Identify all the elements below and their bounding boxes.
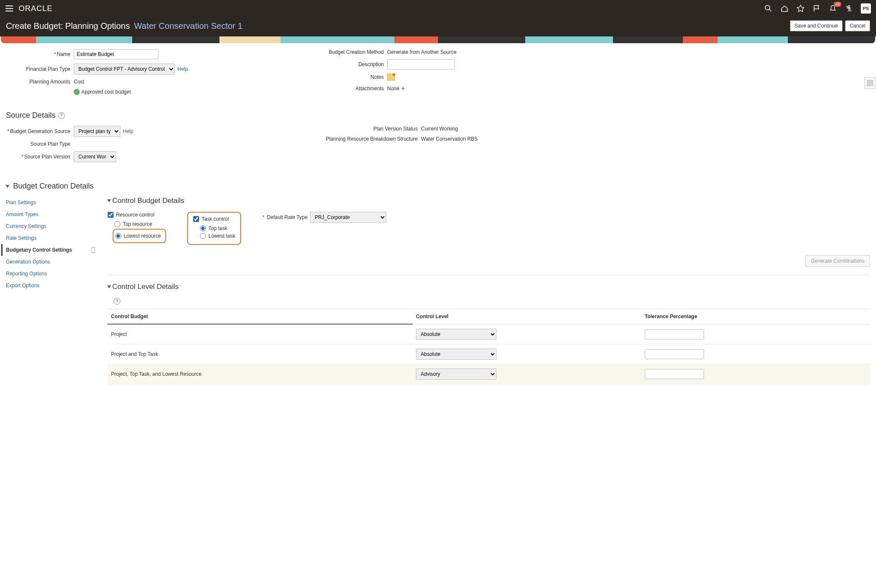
tolerance-input[interactable]: [645, 329, 704, 339]
save-continue-button[interactable]: Save and Continue: [790, 20, 843, 31]
task-control-group: Task control Top task Lowest task: [193, 216, 235, 239]
control-level-select[interactable]: Absolute: [416, 329, 496, 340]
task-control-highlight: Task control Top task Lowest task: [187, 212, 241, 245]
notes-icon[interactable]: [387, 74, 395, 80]
user-avatar[interactable]: PS: [861, 3, 871, 14]
default-rate-type-select[interactable]: PRJ_Corporate: [310, 212, 386, 223]
nav-currency-settings[interactable]: Currency Settings: [6, 220, 91, 232]
side-panel-toggle[interactable]: [864, 77, 876, 89]
nav-reporting-options[interactable]: Reporting Options: [6, 268, 91, 280]
control-level-details-heading: Control Level Details: [108, 283, 870, 291]
notification-badge: 48: [834, 2, 841, 7]
bell-icon[interactable]: 48: [829, 4, 837, 13]
check-icon: ✓: [74, 89, 80, 95]
collapse-icon[interactable]: [107, 200, 111, 202]
fpt-help-link[interactable]: Help: [177, 66, 188, 72]
lowest-resource-radio-label[interactable]: Lowest resource: [115, 233, 161, 239]
label-pvs: Plan Version Status: [373, 126, 418, 132]
budget-generation-source-select[interactable]: Project plan type: [74, 126, 120, 137]
star-icon[interactable]: [796, 4, 805, 13]
global-header: ORACLE 48 PS: [0, 0, 876, 17]
lowest-resource-radio[interactable]: [115, 233, 121, 239]
label-notes: Notes: [371, 74, 384, 80]
page-header: Create Budget: Planning Options Water Co…: [0, 17, 876, 36]
accessibility-icon[interactable]: [845, 4, 853, 13]
label-prbs: Planning Resource Breakdown Structure: [326, 136, 418, 142]
financial-plan-type-select[interactable]: Budget Control FPT - Advisory Control: [74, 64, 175, 75]
top-task-radio[interactable]: [200, 225, 206, 231]
label-description: Description: [358, 61, 384, 67]
lowest-task-radio[interactable]: [200, 233, 206, 239]
pvs-value: Current Working: [421, 126, 458, 132]
source-plan-version-select[interactable]: Current Working: [74, 151, 116, 162]
label-bcm: Budget Creation Method: [329, 49, 384, 55]
label-spt: Source Plan Type: [30, 141, 70, 147]
label-fpt: Financial Plan Type: [26, 66, 70, 72]
col-control-budget: Control Budget: [108, 309, 413, 325]
top-task-radio-label[interactable]: Top task: [200, 225, 235, 231]
task-control-checkbox[interactable]: [193, 216, 199, 222]
source-details-heading: Source Details ?: [6, 111, 870, 120]
add-attachment-icon[interactable]: +: [401, 85, 405, 92]
collapse-icon[interactable]: [107, 286, 111, 288]
col-tolerance: Tolerance Percentage: [641, 309, 870, 325]
lowest-resource-highlight: Lowest resource: [113, 229, 166, 243]
flag-icon[interactable]: [812, 4, 821, 13]
bgs-help-link[interactable]: Help: [123, 128, 133, 134]
resource-control-checkbox-label[interactable]: Resource control: [108, 212, 166, 218]
attachments-value: None: [387, 86, 399, 92]
nav-export-options[interactable]: Export Options: [6, 280, 91, 291]
nav-generation-options[interactable]: Generation Options: [6, 256, 91, 268]
tolerance-input[interactable]: [645, 349, 704, 359]
help-icon[interactable]: ?: [58, 112, 65, 119]
resource-control-group: Resource control Top resource Lowest res…: [108, 212, 166, 243]
nav-plan-settings[interactable]: Plan Settings: [6, 197, 91, 208]
label-name: Name: [57, 51, 70, 57]
collapse-icon[interactable]: [6, 185, 10, 188]
row-name: Project, Top Task, and Lowest Resource: [108, 364, 413, 384]
bcm-value: Generate from Another Source: [387, 49, 456, 55]
home-icon[interactable]: [780, 4, 789, 13]
control-level-select[interactable]: Absolute: [416, 349, 496, 360]
prbs-value: Water Conservation RBS: [421, 136, 478, 142]
budget-creation-details-heading: Budget Creation Details: [6, 182, 870, 191]
page-title: Create Budget: Planning Options: [6, 21, 130, 31]
control-level-table: Control Budget Control Level Tolerance P…: [108, 309, 870, 384]
label-spv: Source Plan Version: [24, 154, 70, 160]
nav-budgetary-control-settings[interactable]: Budgetary Control Settings: [1, 244, 91, 256]
row-name: Project: [108, 324, 413, 344]
control-level-select[interactable]: Advisory: [416, 369, 496, 380]
brand-logo: ORACLE: [19, 4, 53, 13]
row-name: Project and Top Task: [108, 344, 413, 364]
hamburger-icon[interactable]: [5, 4, 14, 13]
approved-cost-budget-text: Approved cost budget: [81, 89, 131, 95]
decorative-banner: [1, 36, 875, 43]
cancel-button[interactable]: Cancel: [845, 20, 870, 31]
control-budget-details-heading: Control Budget Details: [108, 197, 870, 205]
description-input[interactable]: [387, 59, 455, 69]
divider: [108, 275, 870, 275]
table-row: Project, Top Task, and Lowest Resource A…: [108, 364, 870, 384]
table-row: Project and Top Task Absolute: [108, 344, 870, 364]
nav-amount-types[interactable]: Amount Types: [6, 208, 91, 220]
label-bgs: Budget Generation Source: [10, 128, 70, 134]
planning-amounts-value: Cost: [74, 79, 84, 85]
task-control-checkbox-label[interactable]: Task control: [193, 216, 235, 222]
top-resource-radio[interactable]: [114, 221, 120, 227]
svg-point-1: [848, 6, 850, 7]
nav-rate-settings[interactable]: Rate Settings: [6, 232, 91, 244]
lowest-task-radio-label[interactable]: Lowest task: [200, 233, 235, 239]
label-attachments: Attachments: [355, 86, 384, 92]
help-icon[interactable]: ?: [114, 298, 120, 305]
svg-point-0: [765, 6, 770, 10]
label-default-rate-type: Default Rate Type: [267, 214, 308, 220]
name-input[interactable]: [74, 49, 158, 59]
resource-control-checkbox[interactable]: [108, 212, 114, 218]
col-control-level: Control Level: [413, 309, 641, 325]
settings-nav: Plan Settings Amount Types Currency Sett…: [6, 197, 91, 384]
tolerance-input[interactable]: [645, 369, 704, 379]
search-icon[interactable]: [764, 4, 773, 13]
generate-combinations-button[interactable]: Generate Combinations: [805, 255, 870, 267]
table-row: Project Absolute: [108, 324, 870, 344]
top-resource-radio-label[interactable]: Top resource: [114, 221, 166, 227]
